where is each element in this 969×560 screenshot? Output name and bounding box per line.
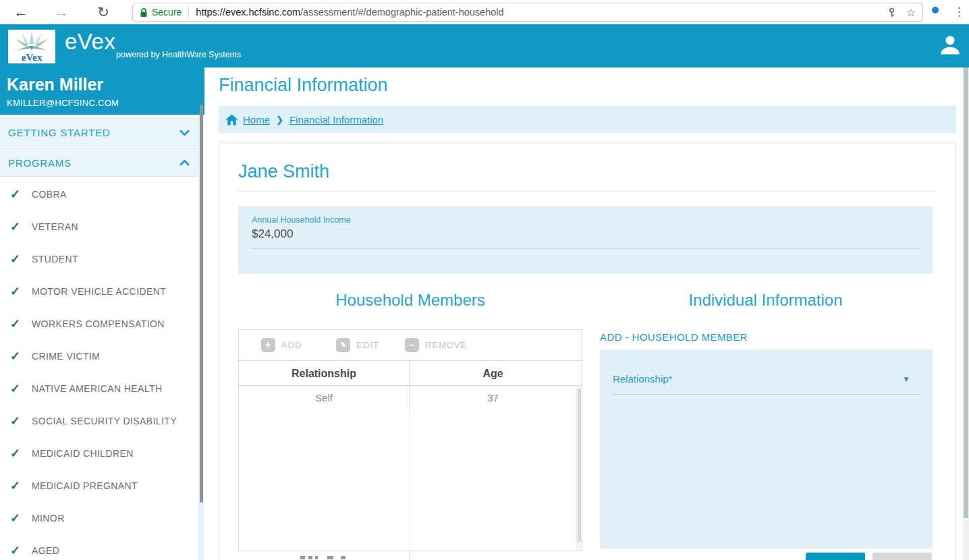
sidebar-item-motor-vehicle-accident[interactable]: ✓MOTOR VEHICLE ACCIDENT [0,275,200,308]
sidebar-item-cobra[interactable]: ✓COBRA [0,178,200,211]
check-icon: ✓ [10,511,32,526]
individual-information-title: Individual Information [599,291,933,310]
breadcrumb: Home ❯ Financial Information [219,106,956,133]
clipped-text-fragment [327,556,333,559]
clipped-text-fragment [341,556,345,559]
check-icon: ✓ [10,252,32,267]
cell-age: 37 [410,386,576,410]
chevron-up-icon [179,160,190,166]
sidebar-section-getting-started[interactable]: GETTING STARTED [0,118,200,146]
clipped-text-fragment [308,556,312,559]
extension-icon[interactable] [932,7,939,13]
browser-menu-icon[interactable]: ⋮ [953,5,964,19]
column-header-age[interactable]: Age [410,361,576,385]
pencil-icon: ✎ [336,338,350,352]
column-header-relationship[interactable]: Relationship [239,361,410,385]
remove-button[interactable]: – REMOVE [405,338,467,352]
clipped-next-section [238,552,582,560]
chevron-down-icon [179,130,190,136]
home-icon[interactable] [225,114,238,125]
relationship-dropdown[interactable]: Relationship* ▼ [600,349,933,397]
sidebar-item-medicaid-children[interactable]: ✓MEDICAID CHILDREN [0,437,200,470]
check-icon: ✓ [10,187,32,202]
grid-scrollbar-thumb[interactable] [578,389,581,542]
edit-button[interactable]: ✎ EDIT [336,338,379,352]
check-icon: ✓ [10,316,32,331]
annual-income-label: Annual Household Income [252,215,351,225]
grid-header-row: Relationship Age [239,361,582,386]
logo-wordmark: eVex [8,53,55,62]
cell-relationship: Self [239,386,410,410]
sidebar-item-crime-victim[interactable]: ✓CRIME VICTIM [0,340,200,372]
bookmark-star-icon[interactable]: ☆ [906,6,916,19]
sidebar-item-minor[interactable]: ✓MINOR [0,502,200,534]
column-divider [409,552,410,560]
check-icon: ✓ [10,381,32,396]
check-icon: ✓ [10,543,32,558]
password-key-icon[interactable] [887,7,897,18]
breadcrumb-current-link[interactable]: Financial Information [289,114,383,125]
breadcrumb-chevron-icon: ❯ [276,115,283,125]
check-icon: ✓ [10,284,32,299]
dropdown-arrow-icon: ▼ [902,374,910,384]
sidebar-item-native-american-health[interactable]: ✓NATIVE AMERICAN HEALTH [0,372,200,405]
browser-window: ← → ↻ Secure https://evex.hcfsinc.com/as… [0,0,969,560]
sidebar-item-workers-compensation[interactable]: ✓WORKERS COMPENSATION [0,308,200,340]
add-button[interactable]: + ADD [261,338,302,352]
app-header: eVex eVex powered by HealthWare Systems [0,24,969,67]
sidebar-item-aged[interactable]: ✓AGED [0,534,200,560]
divider [238,191,935,192]
annual-income-input[interactable]: $24,000 [252,227,293,241]
grid-toolbar: + ADD ✎ EDIT – REMOVE [239,330,582,361]
brand-tagline: powered by HealthWare Systems [116,50,241,59]
check-icon: ✓ [10,478,32,493]
forward-button[interactable]: → [51,2,72,22]
household-members-title: Household Members [238,291,582,310]
user-name: Karen Miller [7,75,103,94]
minus-icon: – [405,338,419,352]
financial-information-card: Jane Smith Annual Household Income $24,0… [219,142,956,560]
check-icon: ✓ [10,414,32,428]
sidebar-section-programs[interactable]: PROGRAMS [0,148,200,177]
lock-icon [140,7,148,18]
sidebar-item-medicaid-pregnant[interactable]: ✓MEDICAID PREGNANT [0,470,200,502]
program-list: ✓COBRA ✓VETERAN ✓STUDENT ✓MOTOR VEHICLE … [0,178,200,560]
user-profile-icon[interactable] [938,33,962,57]
patient-name: Jane Smith [238,161,329,182]
address-separator [188,7,189,18]
sidebar-item-veteran[interactable]: ✓VETERAN [0,211,200,243]
url-text: https://evex.hcfsinc.com/assessment/#/de… [196,7,503,18]
household-members-grid: + ADD ✎ EDIT – REMOVE Relationship Age S… [238,329,582,551]
sidebar-item-social-security-disability[interactable]: ✓SOCIAL SECURITY DISABILITY [0,405,200,437]
clipped-text-fragment [315,556,318,559]
evex-logo: eVex [8,30,55,63]
check-icon: ✓ [10,446,32,461]
check-icon: ✓ [10,349,32,364]
starburst-logo-icon [13,31,51,51]
input-underline [252,248,919,249]
column-divider [410,410,410,551]
sidebar-scrollbar-thumb[interactable] [200,105,203,503]
page-scrollbar-thumb[interactable] [964,67,968,518]
input-underline [613,394,920,395]
plus-icon: + [261,338,275,352]
secondary-action-button[interactable] [873,553,932,560]
back-button[interactable]: ← [11,2,31,22]
table-row[interactable]: Self 37 [239,386,582,410]
relationship-label: Relationship* [613,373,672,385]
check-icon: ✓ [10,219,32,234]
breadcrumb-home-link[interactable]: Home [243,114,270,125]
sidebar: Karen Miller KMILLER@HCFSINC.COM GETTING… [0,67,204,560]
user-info-block: Karen Miller KMILLER@HCFSINC.COM [0,67,204,115]
secure-label: Secure [152,7,182,18]
browser-toolbar: ← → ↻ Secure https://evex.hcfsinc.com/as… [0,0,969,24]
address-bar[interactable]: Secure https://evex.hcfsinc.com/assessme… [132,3,923,22]
add-household-member-subtitle: ADD - HOUSEHOLD MEMBER [600,331,748,343]
grid-scrollbar-track[interactable] [576,386,582,551]
income-panel: Annual Household Income $24,000 [238,206,933,274]
sidebar-item-student[interactable]: ✓STUDENT [0,243,200,275]
primary-action-button[interactable] [806,553,865,560]
clipped-text-fragment [300,556,305,559]
refresh-button[interactable]: ↻ [93,2,113,22]
user-email: KMILLER@HCFSINC.COM [7,98,119,108]
